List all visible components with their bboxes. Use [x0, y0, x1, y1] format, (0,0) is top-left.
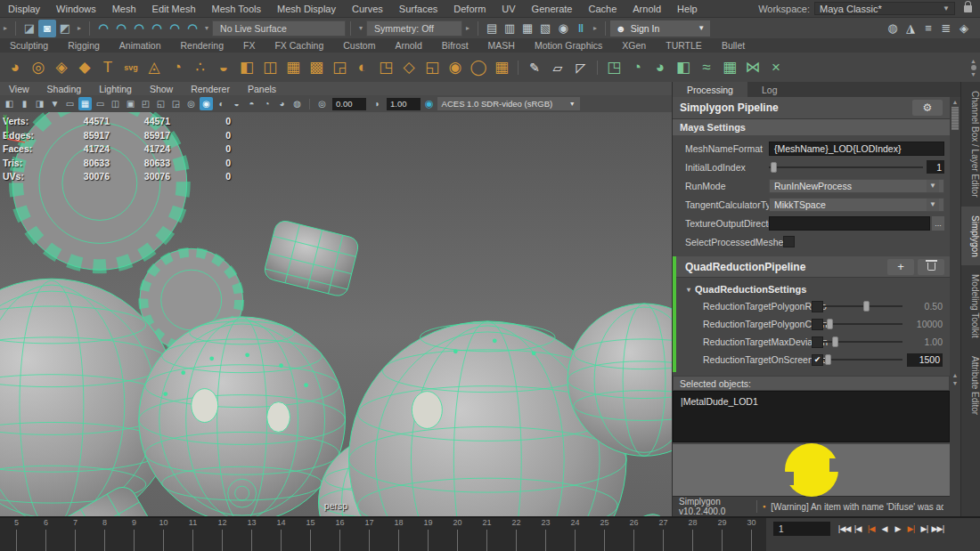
uv-automatic-projection-icon[interactable]: ◔ [625, 55, 649, 80]
shelf-tab[interactable]: Motion Graphics [525, 40, 612, 51]
menu-item[interactable]: UV [494, 4, 523, 14]
tab-channel-box-layer-editor[interactable]: Channel Box / Layer Editor [961, 82, 980, 207]
viewport-menu-item[interactable]: Renderer [182, 84, 239, 94]
timeline-tick[interactable]: 8 [90, 518, 119, 551]
initial-lod-index-value[interactable]: 1 [927, 160, 944, 174]
circularize-icon[interactable]: ◯ [467, 55, 490, 80]
tab-simplygon[interactable]: Simplygon [961, 207, 980, 266]
scroll-down-icon[interactable]: ▼ [952, 380, 959, 386]
xray-icon[interactable]: ◍ [290, 97, 304, 110]
timeline-tick[interactable]: 24 [560, 518, 590, 551]
shelf-tab[interactable]: Rendering [171, 40, 233, 51]
render-current-frame-icon[interactable]: ▥ [501, 20, 519, 37]
collapse-arrow-icon[interactable]: ▸ [462, 24, 473, 32]
timeline-tick[interactable]: 15 [296, 518, 325, 551]
exposure-field[interactable]: 0.00 [332, 98, 366, 110]
image-plane-icon[interactable]: ▭ [63, 97, 77, 110]
viewport-menu-item[interactable]: Lighting [90, 84, 141, 94]
shelf-tab[interactable]: Arnold [385, 40, 431, 51]
timeline-tick[interactable]: 7 [61, 518, 90, 551]
crease-tool-icon[interactable]: ◲ [328, 55, 351, 80]
timeline-tick[interactable]: 28 [678, 518, 707, 551]
sign-in-dropdown[interactable]: ☻ Sign In ▼ [610, 20, 710, 36]
polygon-count-checkbox[interactable] [812, 319, 823, 330]
timeline-tick[interactable]: 13 [237, 518, 266, 551]
shelf-tab[interactable]: Rigging [58, 40, 110, 51]
timeline-tick[interactable]: 10 [149, 518, 178, 551]
menu-item[interactable]: Mesh Tools [204, 4, 269, 14]
snap-to-view-plane-icon[interactable]: ◠ [166, 20, 184, 37]
shelf-scrollbar[interactable]: ▲ ▼ [970, 58, 980, 77]
exposure-icon[interactable]: ◎ [315, 97, 329, 110]
tangent-calculator-dropdown[interactable]: MikkTSpace ▼ [769, 198, 944, 212]
color-space-dropdown[interactable]: ACES 1.0 SDR-video (sRGB) ▼ [437, 97, 580, 110]
symmetry-field[interactable]: Symmetry: Off [366, 20, 462, 36]
scroll-up-icon[interactable]: ▲ [970, 58, 976, 64]
uv-cut-sew-icon[interactable]: ⋈ [741, 55, 764, 80]
timeline-tick[interactable]: 18 [384, 518, 413, 551]
construction-plane-icon[interactable]: ◬ [143, 55, 166, 80]
next-key-button[interactable]: ▶| [904, 522, 918, 536]
viewport-menu-item[interactable]: Shading [38, 84, 91, 94]
resolution-gate-icon[interactable]: ◫ [109, 97, 122, 110]
collapse-arrow-icon[interactable]: ▸ [0, 24, 11, 32]
shelf-tab[interactable]: Custom [333, 40, 385, 51]
shelf-tab[interactable]: XGen [612, 40, 656, 51]
shelf-tab[interactable]: Animation [110, 40, 171, 51]
step-back-frame-button[interactable]: |◀ [851, 522, 864, 536]
grid-fill-icon[interactable]: ▦ [490, 55, 513, 80]
timeline-tick[interactable]: 17 [355, 518, 384, 551]
selected-objects-list[interactable]: |MetalDude_LOD1 [673, 391, 950, 442]
timeline-tick[interactable]: 6 [31, 518, 61, 551]
collapse-arrow-icon[interactable]: ▸ [74, 24, 85, 32]
select-processed-checkbox[interactable] [783, 236, 795, 247]
bevel-icon[interactable]: ◱ [421, 55, 444, 80]
shelf-tab[interactable]: FX [233, 40, 265, 51]
polygon-ratio-checkbox[interactable] [812, 301, 823, 312]
step-forward-frame-button[interactable]: ▶| [918, 522, 931, 536]
wireframe-icon[interactable]: ◎ [184, 97, 198, 110]
curve-graph-icon[interactable]: ◍ [884, 20, 902, 37]
channel-box-toggle-icon[interactable]: ≡ [919, 20, 937, 37]
snap-to-projected-center-icon[interactable]: ◠ [148, 20, 166, 37]
launch-render-globals-icon[interactable]: ◉ [554, 20, 572, 37]
attribute-editor-toggle-icon[interactable]: ≣ [937, 20, 955, 37]
select-by-hierarchy-icon[interactable]: ◪ [20, 20, 38, 37]
list-item[interactable]: |MetalDude_LOD1 [681, 396, 942, 407]
time-node-icon[interactable]: ◔ [166, 55, 189, 80]
timeline-tick[interactable]: 16 [325, 518, 355, 551]
snap-to-curve-icon[interactable]: ◠ [112, 20, 130, 37]
shelf-tab[interactable]: Bullet [712, 40, 755, 51]
polygon-ratio-slider[interactable] [823, 300, 902, 312]
snap-align-icon[interactable]: ∴ [189, 55, 212, 80]
timeline-tick[interactable]: 11 [178, 518, 208, 551]
menu-item[interactable]: Mesh Display [269, 4, 344, 14]
poly-sphere-icon[interactable]: ◕ [4, 55, 27, 80]
uv-contour-stretch-icon[interactable]: ≈ [695, 55, 718, 80]
gamma-field[interactable]: 1.00 [387, 98, 421, 110]
timeline-tick[interactable]: 20 [443, 518, 472, 551]
play-backwards-button[interactable]: ◀ [878, 522, 891, 536]
menu-item[interactable]: Cache [580, 4, 625, 14]
boolean-difference-icon[interactable]: ◫ [258, 55, 282, 80]
timeline-tick[interactable]: 19 [413, 518, 443, 551]
add-pipeline-button[interactable]: + [887, 259, 914, 275]
timeline-tick[interactable]: 23 [531, 518, 560, 551]
uv-editor-icon[interactable]: ▦ [718, 55, 741, 80]
lock-camera-icon[interactable]: ▮ [18, 97, 31, 110]
combine-icon[interactable]: ◒ [212, 55, 235, 80]
polygon-count-slider[interactable] [823, 318, 902, 330]
menu-item[interactable]: Help [669, 4, 706, 14]
platonic-solid-icon[interactable]: ◈ [50, 55, 73, 80]
timeline-tick[interactable]: 9 [119, 518, 149, 551]
timeline-tick[interactable]: 5 [2, 518, 31, 551]
viewport-menu-item[interactable]: Panels [239, 84, 285, 94]
timeline-tick[interactable]: 29 [707, 518, 737, 551]
uv-planar-projection-icon[interactable]: ◳ [602, 55, 625, 80]
settings-button[interactable]: ⚙ [912, 100, 943, 116]
super-shape-icon[interactable]: ◆ [73, 55, 96, 80]
quad-settings-header[interactable]: ▾ QuadReductionSettings [676, 281, 950, 297]
scroll-down-icon[interactable]: ▼ [970, 71, 976, 77]
timeline-ruler[interactable]: 5 6 7 8 9 [0, 518, 766, 551]
shelf-tab[interactable]: TURTLE [656, 40, 712, 51]
